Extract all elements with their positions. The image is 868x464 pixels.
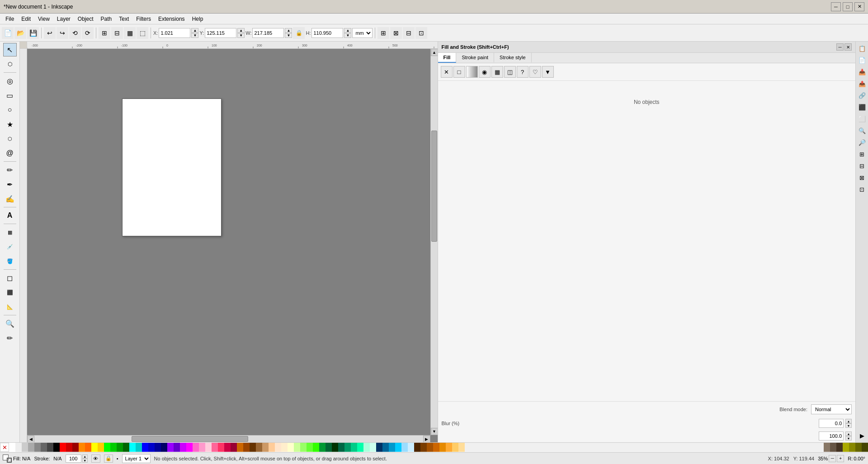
swatch-blue2[interactable]	[148, 443, 155, 452]
side-icon-10[interactable]: ⊞	[857, 149, 868, 159]
x-increment[interactable]: ▲	[191, 28, 198, 33]
tab-fill[interactable]: Fill	[438, 53, 457, 63]
swatch-gray1[interactable]	[28, 443, 34, 452]
swatch-black[interactable]	[53, 443, 60, 452]
lock-button[interactable]: 🔒	[104, 455, 113, 463]
swatch-pink3[interactable]	[199, 443, 205, 452]
tab-stroke-paint[interactable]: Stroke paint	[456, 53, 494, 63]
swatch-misc3[interactable]	[224, 443, 231, 452]
swatch-dark1[interactable]	[824, 443, 830, 452]
measure-tool[interactable]: 📐	[3, 300, 17, 314]
fill-swatch-button[interactable]: ◫	[504, 66, 516, 78]
transform-button4[interactable]: ⊡	[415, 27, 427, 39]
node-tool[interactable]: ⬡	[3, 57, 17, 71]
swatch-ext3[interactable]	[351, 443, 357, 452]
h-decrement[interactable]: ▼	[344, 33, 351, 38]
swatch-misc15[interactable]	[300, 443, 307, 452]
star-tool[interactable]: ★	[3, 117, 17, 131]
swatch-cyan2[interactable]	[136, 443, 142, 452]
swatch-orange1[interactable]	[79, 443, 85, 452]
minimize-button[interactable]: ─	[831, 2, 841, 11]
zoom-tool[interactable]: 🔍	[3, 317, 17, 330]
swatch-brown7[interactable]	[452, 443, 458, 452]
unit-select[interactable]: mm px cm in pt	[352, 28, 373, 38]
side-icon-5[interactable]: 🔗	[857, 90, 868, 101]
fill-unknown-button[interactable]: ?	[517, 66, 528, 78]
pencil-tool[interactable]: ✏	[3, 163, 17, 177]
swatch-misc17[interactable]	[313, 443, 319, 452]
swatch-misc2[interactable]	[218, 443, 224, 452]
swatch-misc12[interactable]	[281, 443, 288, 452]
swatch-misc4[interactable]	[231, 443, 237, 452]
gradient-tool[interactable]: ▦	[3, 225, 17, 239]
swatch-ext7[interactable]	[376, 443, 382, 452]
swatch-blue4[interactable]	[161, 443, 167, 452]
menu-object[interactable]: Object	[74, 15, 97, 23]
swatch-ext4[interactable]	[357, 443, 363, 452]
swatch-misc16[interactable]	[307, 443, 313, 452]
y-increment[interactable]: ▲	[237, 28, 245, 33]
swatch-yellow1[interactable]	[91, 443, 98, 452]
side-icon-1[interactable]: 📋	[857, 43, 868, 54]
swatch-orange2[interactable]	[85, 443, 91, 452]
no-color-swatch[interactable]: ✕	[0, 443, 9, 452]
swatch-pink2[interactable]	[193, 443, 199, 452]
group-button[interactable]: ▦	[124, 27, 136, 39]
swatch-blue1[interactable]	[142, 443, 148, 452]
swatch-green3[interactable]	[117, 443, 123, 452]
transform-button2[interactable]: ⊠	[390, 27, 402, 39]
swatch-misc8[interactable]	[256, 443, 262, 452]
swatch-misc5[interactable]	[237, 443, 243, 452]
swatch-yellow2[interactable]	[98, 443, 104, 452]
swatch-olive3[interactable]	[855, 443, 862, 452]
vscroll-down[interactable]: ▼	[431, 428, 438, 435]
swatch-brown1[interactable]	[414, 443, 420, 452]
transform-button1[interactable]: ⊞	[377, 27, 389, 39]
swatch-darkgray2[interactable]	[47, 443, 53, 452]
swatch-gray2[interactable]	[34, 443, 41, 452]
horizontal-scrollbar[interactable]: ◀ ▶	[27, 435, 430, 442]
swatch-darkgray1[interactable]	[41, 443, 47, 452]
fill-pattern-button[interactable]: ▦	[491, 66, 503, 78]
swatch-purple2[interactable]	[174, 443, 180, 452]
canvas-scroll[interactable]: ▲ ▼ ◀ ▶	[27, 49, 438, 442]
x-decrement[interactable]: ▼	[191, 33, 198, 38]
side-icon-2[interactable]: 📄	[857, 55, 868, 66]
swatch-brown6[interactable]	[446, 443, 452, 452]
tab-stroke-style[interactable]: Stroke style	[494, 53, 531, 63]
menu-edit[interactable]: Edit	[18, 15, 34, 23]
opacity-status-down[interactable]: ▼	[82, 459, 88, 463]
w-input[interactable]	[252, 28, 284, 38]
swatch-red1[interactable]	[60, 443, 66, 452]
transform-button3[interactable]: ⊟	[403, 27, 415, 39]
zoom-in-btn[interactable]: +	[837, 455, 844, 462]
fill-unset-button[interactable]: ♡	[529, 66, 541, 78]
callig-tool[interactable]: ✍	[3, 192, 17, 206]
swatch-misc1[interactable]	[212, 443, 218, 452]
swatch-misc19[interactable]	[326, 443, 332, 452]
swatch-misc11[interactable]	[275, 443, 281, 452]
menu-file[interactable]: File	[2, 15, 18, 23]
redo2-button[interactable]: ⟳	[82, 27, 94, 39]
swatch-ext9[interactable]	[389, 443, 395, 452]
align-button[interactable]: ⊞	[99, 27, 110, 39]
blend-mode-select[interactable]: Normal Multiply Screen Overlay Darken Li…	[811, 404, 852, 414]
side-icon-9[interactable]: 🔎	[857, 137, 868, 148]
menu-view[interactable]: View	[34, 15, 53, 23]
swatch-ext10[interactable]	[395, 443, 401, 452]
visibility-button[interactable]: 👁	[91, 455, 100, 463]
swatch-brown2[interactable]	[420, 443, 427, 452]
swatch-purple3[interactable]	[180, 443, 186, 452]
swatch-misc7[interactable]	[250, 443, 256, 452]
spiral-tool[interactable]: @	[3, 146, 17, 160]
dropper-tool[interactable]: 💉	[3, 240, 17, 253]
menu-filters[interactable]: Filters	[132, 15, 155, 23]
undo2-button[interactable]: ⟲	[69, 27, 81, 39]
vertical-scrollbar[interactable]: ▲ ▼	[430, 49, 438, 435]
fill-none-button[interactable]: ✕	[441, 66, 453, 78]
menu-extensions[interactable]: Extensions	[155, 15, 189, 23]
side-icon-3[interactable]: 📥	[857, 66, 868, 77]
swatch-misc6[interactable]	[243, 443, 250, 452]
swatch-green4[interactable]	[123, 443, 129, 452]
swatch-purple1[interactable]	[167, 443, 174, 452]
